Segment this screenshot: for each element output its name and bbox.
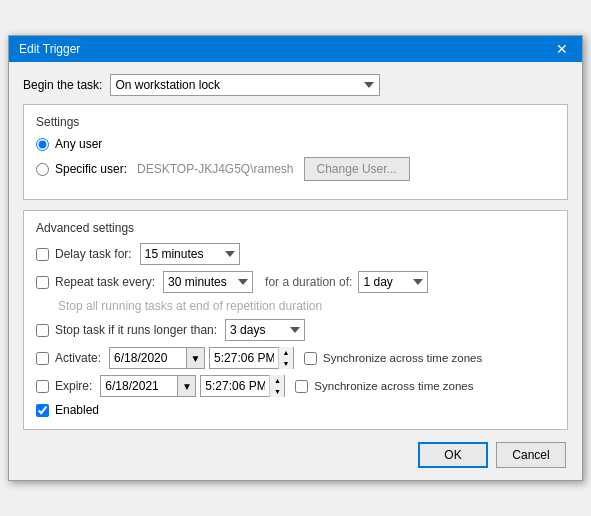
dialog-title: Edit Trigger [19,42,80,56]
stop-task-checkbox[interactable] [36,324,49,337]
delay-task-row: Delay task for: 15 minutes 30 minutes 1 … [36,243,555,265]
specific-user-value: DESKTOP-JKJ4G5Q\ramesh [137,162,294,176]
title-bar: Edit Trigger ✕ [9,36,582,62]
begin-task-label: Begin the task: [23,78,102,92]
for-duration-label: for a duration of: [265,275,352,289]
close-button[interactable]: ✕ [552,42,572,56]
stop-task-select[interactable]: 3 days 1 hour 2 hours 4 hours 1 day [225,319,305,341]
expire-time-container: ▲ ▼ [200,375,285,397]
stop-task-label: Stop task if it runs longer than: [55,323,217,337]
activate-date-input[interactable] [109,347,187,369]
ok-button[interactable]: OK [418,442,488,468]
settings-label: Settings [36,115,555,129]
repeat-task-checkbox[interactable] [36,276,49,289]
begin-task-select[interactable]: On workstation lock At log on At startup… [110,74,380,96]
stop-task-row: Stop task if it runs longer than: 3 days… [36,319,555,341]
enabled-checkbox[interactable] [36,404,49,417]
activate-calendar-button[interactable]: ▼ [187,347,205,369]
activate-time-up-button[interactable]: ▲ [279,347,293,358]
expire-label: Expire: [55,379,92,393]
expire-time-input[interactable] [201,376,269,396]
expire-spin-buttons: ▲ ▼ [269,375,284,397]
repeat-task-label: Repeat task every: [55,275,155,289]
activate-label: Activate: [55,351,101,365]
activate-sync-checkbox[interactable] [304,352,317,365]
activate-time-input[interactable] [210,348,278,368]
activate-time-down-button[interactable]: ▼ [279,358,293,369]
activate-spin-buttons: ▲ ▼ [278,347,293,369]
specific-user-row: Specific user: DESKTOP-JKJ4G5Q\ramesh Ch… [36,157,555,181]
activate-sync-label: Synchronize across time zones [304,352,482,365]
expire-time-up-button[interactable]: ▲ [270,375,284,386]
expire-row: Expire: ▼ ▲ ▼ Synchronize across time zo… [36,375,555,397]
cancel-button[interactable]: Cancel [496,442,566,468]
specific-user-label: Specific user: [55,162,127,176]
expire-checkbox[interactable] [36,380,49,393]
advanced-settings-section: Advanced settings Delay task for: 15 min… [23,210,568,430]
delay-task-select[interactable]: 15 minutes 30 minutes 1 hour 2 hours [140,243,240,265]
edit-trigger-dialog: Edit Trigger ✕ Begin the task: On workst… [8,35,583,481]
change-user-button[interactable]: Change User... [304,157,410,181]
delay-task-checkbox[interactable] [36,248,49,261]
specific-user-radio[interactable] [36,163,49,176]
any-user-radio[interactable] [36,138,49,151]
enabled-row: Enabled [36,403,555,417]
begin-task-row: Begin the task: On workstation lock At l… [23,74,568,96]
repeat-task-row: Repeat task every: 30 minutes 1 hour 4 h… [36,271,555,293]
expire-date-input[interactable] [100,375,178,397]
any-user-label: Any user [55,137,102,151]
expire-sync-label: Synchronize across time zones [295,380,473,393]
delay-task-label: Delay task for: [55,247,132,261]
expire-time-down-button[interactable]: ▼ [270,386,284,397]
footer-row: OK Cancel [23,438,568,470]
for-duration-select[interactable]: 1 day 2 days Indefinitely [358,271,428,293]
enabled-label: Enabled [55,403,99,417]
activate-time-container: ▲ ▼ [209,347,294,369]
activate-checkbox[interactable] [36,352,49,365]
settings-section: Settings Any user Specific user: DESKTOP… [23,104,568,200]
stop-all-label: Stop all running tasks at end of repetit… [58,299,555,313]
repeat-task-select[interactable]: 30 minutes 1 hour 4 hours 8 hours 12 hou… [163,271,253,293]
advanced-settings-label: Advanced settings [36,221,555,235]
activate-row: Activate: ▼ ▲ ▼ Synchronize across time … [36,347,555,369]
any-user-row: Any user [36,137,555,151]
expire-calendar-button[interactable]: ▼ [178,375,196,397]
expire-sync-checkbox[interactable] [295,380,308,393]
